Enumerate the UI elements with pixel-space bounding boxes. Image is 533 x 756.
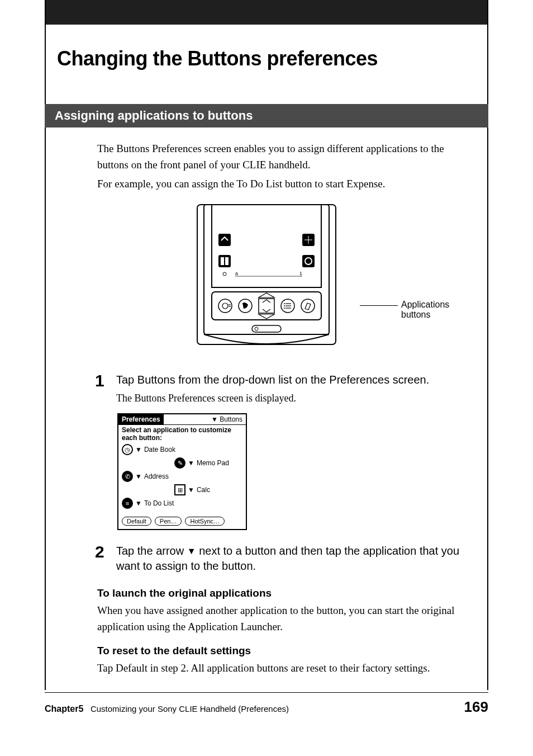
callout-line <box>360 305 398 306</box>
datebook-icon: ◷ <box>122 444 133 455</box>
step-1-desc: The Buttons Preferences screen is displa… <box>116 391 470 405</box>
footer-chapter-text: Customizing your Sony CLIE Handheld (Pre… <box>91 704 289 714</box>
svg-point-28 <box>284 305 285 306</box>
svg-rect-4 <box>218 255 231 267</box>
subheading-launch: To launch the original applications <box>97 587 470 599</box>
page-footer: Chapter5 Customizing your Sony CLIE Hand… <box>45 692 488 716</box>
page-content: Changing the Buttons preferences Assigni… <box>45 25 488 690</box>
svg-rect-6 <box>225 257 229 265</box>
section-heading: Assigning applications to buttons <box>45 104 488 127</box>
svg-rect-31 <box>252 325 281 332</box>
step-number: 2 <box>95 544 107 577</box>
step-number: 1 <box>95 372 107 405</box>
prefs-item-calc: Calc <box>197 486 210 494</box>
svg-point-29 <box>284 308 285 309</box>
subheading-reset: To reset to the default settings <box>97 645 470 657</box>
prefs-title: Preferences <box>118 414 164 424</box>
svg-point-27 <box>284 303 285 304</box>
svg-rect-3 <box>218 234 231 246</box>
step-1: 1 Tap Buttons from the drop-down list on… <box>95 372 470 405</box>
dropdown-arrow-icon: ▼ <box>135 446 142 453</box>
svg-text:a: a <box>235 271 238 276</box>
svg-rect-11 <box>302 255 315 267</box>
down-arrow-icon: ▼ <box>187 546 196 556</box>
prefs-item-datebook: Date Book <box>144 446 175 453</box>
calc-icon: ⊞ <box>174 484 185 495</box>
callout-label: Applications buttons <box>401 300 470 320</box>
prefs-instruction: Select an application to customize each … <box>122 426 242 442</box>
svg-rect-5 <box>221 257 224 265</box>
step-2-title: Tap the arrow ▼ next to a button and the… <box>116 544 470 574</box>
intro-paragraph-2: For example, you can assign the To Do Li… <box>97 176 470 192</box>
intro-paragraph-1: The Buttons Preferences screen enables y… <box>97 141 470 173</box>
subsection-reset-body: Tap Default in step 2. All application b… <box>97 660 470 677</box>
clie-device-illustration: a 1 <box>196 204 337 350</box>
step-2: 2 Tap the arrow ▼ next to a button and t… <box>95 544 470 577</box>
device-figure: a 1 <box>63 204 470 350</box>
prefs-dropdown: ▼ Buttons <box>208 414 246 424</box>
default-button: Default <box>122 517 151 526</box>
subsection-launch-body: When you have assigned another applicati… <box>97 603 470 635</box>
prefs-dropdown-label: Buttons <box>220 415 242 423</box>
dropdown-arrow-icon: ▼ <box>188 459 194 467</box>
dropdown-arrow-icon: ▼ <box>188 486 194 494</box>
todolist-icon: ≡ <box>122 498 133 509</box>
page-number: 169 <box>464 698 488 716</box>
dropdown-arrow-icon: ▼ <box>135 499 142 507</box>
prefs-item-address: Address <box>144 472 169 480</box>
hotsync-button: HotSync… <box>185 517 225 526</box>
footer-chapter-label: Chapter5 <box>45 704 83 714</box>
dropdown-arrow-icon: ▼ <box>135 472 142 480</box>
step-2-title-part1: Tap the arrow <box>116 545 187 557</box>
svg-text:1: 1 <box>299 271 302 276</box>
memopad-icon: ✎ <box>174 457 185 469</box>
address-icon: ✆ <box>122 471 133 482</box>
header-bar <box>45 0 488 25</box>
page-title: Changing the Buttons preferences <box>57 47 470 70</box>
prefs-item-todolist: To Do List <box>144 499 174 507</box>
pen-button: Pen… <box>155 517 182 526</box>
prefs-item-memopad: Memo Pad <box>197 459 229 467</box>
step-1-title: Tap Buttons from the drop-down list on t… <box>116 372 470 388</box>
preferences-screenshot: Preferences ▼ Buttons Select an applicat… <box>117 413 470 531</box>
